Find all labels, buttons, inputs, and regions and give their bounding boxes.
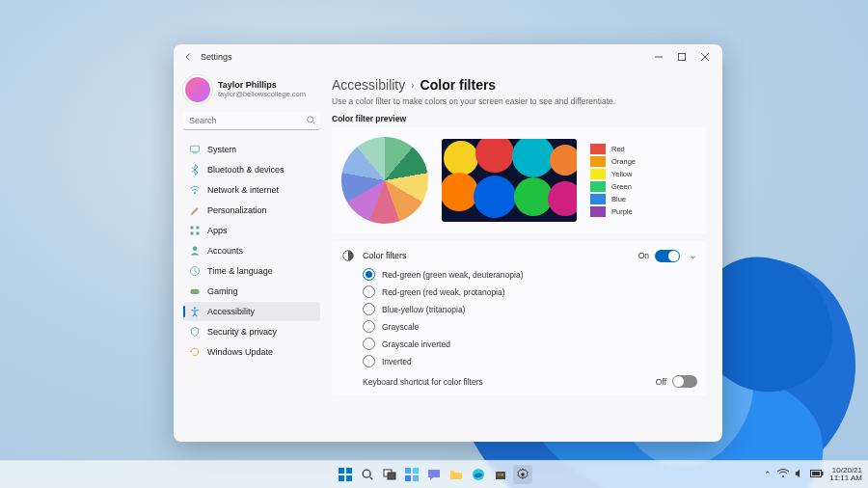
pie-chart-preview [341,137,428,224]
taskbar-search-button[interactable] [358,465,377,484]
photo-preview [442,139,577,222]
task-view-icon [383,468,396,481]
svg-point-4 [308,117,313,122]
widgets-icon [405,468,419,481]
sidebar-item-label: Bluetooth & devices [207,165,285,175]
folder-icon [449,468,463,481]
svg-rect-30 [346,475,352,481]
chat-button[interactable] [424,465,444,484]
back-button[interactable] [181,50,195,64]
sidebar: Taylor Phillips taylor@bellowscollege.co… [174,68,326,442]
chevron-right-icon: › [411,80,414,91]
task-view-button[interactable] [380,465,399,484]
swatch-label: Orange [611,156,636,167]
volume-icon[interactable] [795,469,804,480]
sidebar-item-bluetooth[interactable]: Bluetooth & devices [183,160,320,179]
store-icon [494,468,507,481]
filter-option[interactable]: Inverted [363,355,697,367]
accounts-icon [189,245,201,257]
radio-icon [363,285,375,298]
sidebar-item-gaming[interactable]: Gaming [183,282,320,301]
filter-radio-group: Red-green (green weak, deuteranopia)Red-… [341,262,697,367]
swatch-purple [590,206,606,217]
color-filter-icon [341,249,355,262]
color-filters-toggle[interactable] [655,250,680,262]
close-button[interactable] [693,48,717,66]
main-content: Accessibility › Color filters Use a colo… [326,68,722,442]
system-icon [189,144,201,155]
sidebar-item-label: Accessibility [207,307,255,316]
sidebar-item-label: Apps [207,226,228,235]
filter-option-label: Grayscale [382,322,419,332]
edge-button[interactable] [469,465,488,484]
arrow-left-icon [183,52,193,62]
svg-point-43 [521,473,525,476]
search-container [183,112,320,130]
profile[interactable]: Taylor Phillips taylor@bellowscollege.co… [183,71,320,112]
filter-option[interactable]: Grayscale inverted [363,338,697,350]
personalization-icon [189,204,201,216]
sidebar-item-update[interactable]: Windows Update [183,342,320,362]
taskbar-center [336,465,532,484]
sidebar-item-apps[interactable]: Apps [183,221,320,240]
battery-icon[interactable] [810,470,824,479]
svg-rect-11 [191,232,194,235]
svg-rect-15 [191,289,200,294]
start-button[interactable] [336,465,355,484]
filter-option[interactable]: Red-green (green weak, deuteranopia) [363,268,697,281]
sidebar-item-system[interactable]: System [183,140,320,159]
sidebar-item-personalization[interactable]: Personalization [183,201,320,220]
svg-rect-35 [405,468,411,474]
chevron-down-icon[interactable]: ⌄ [690,251,697,260]
keyboard-shortcut-toggle[interactable] [672,375,697,388]
sidebar-item-time[interactable]: Time & language [183,261,320,281]
swatch-orange [590,156,606,167]
svg-point-31 [363,470,370,477]
file-explorer-button[interactable] [447,465,466,484]
radio-icon [363,338,375,350]
widgets-button[interactable] [402,465,421,484]
wifi-icon[interactable] [777,469,789,480]
keyboard-shortcut-label: Keyboard shortcut for color filters [363,377,656,387]
swatch-label: Purple [611,206,636,217]
time-icon [189,265,201,277]
settings-taskbar-button[interactable] [513,465,532,484]
sidebar-item-accessibility[interactable]: Accessibility [183,302,320,321]
gaming-icon [189,285,201,297]
minimize-button[interactable] [647,48,670,66]
swatch-yellow [590,169,606,179]
chat-icon [427,468,441,481]
tray-overflow[interactable]: ⌃ [764,470,772,479]
svg-rect-10 [197,227,200,230]
minimize-icon [655,53,663,61]
sidebar-item-label: Network & internet [207,185,279,195]
color-filters-card: Color filters On ⌄ Red-green (green weak… [332,241,707,395]
keyboard-shortcut-state-label: Off [656,377,666,387]
maximize-button[interactable] [670,48,693,66]
svg-point-18 [444,141,478,176]
close-icon [701,53,709,61]
svg-point-8 [194,192,196,194]
clock[interactable]: 10/20/21 11:11 AM [829,467,862,482]
sidebar-item-label: System [207,145,236,154]
sidebar-item-accounts[interactable]: Accounts [183,241,320,260]
filter-option[interactable]: Grayscale [363,320,697,333]
search-input[interactable] [183,112,320,130]
sidebar-item-label: Security & privacy [207,327,277,337]
taskbar: ⌃ 10/20/21 11:11 AM [0,460,868,488]
svg-point-23 [474,176,516,218]
titlebar: Settings [174,44,722,68]
search-icon [306,115,316,127]
sidebar-item-label: Gaming [207,286,238,296]
swatch-label: Red [611,144,636,154]
svg-rect-36 [413,468,419,474]
sidebar-item-security[interactable]: Security & privacy [183,322,320,341]
svg-rect-29 [339,475,344,481]
svg-point-24 [514,177,553,216]
filter-option[interactable]: Blue-yellow (tritanopia) [363,303,697,315]
breadcrumb-parent[interactable]: Accessibility [332,77,405,93]
sidebar-item-network[interactable]: Network & internet [183,180,320,200]
svg-rect-38 [413,475,419,481]
filter-option[interactable]: Red-green (red weak, protanopia) [363,285,697,298]
store-button[interactable] [491,465,510,484]
